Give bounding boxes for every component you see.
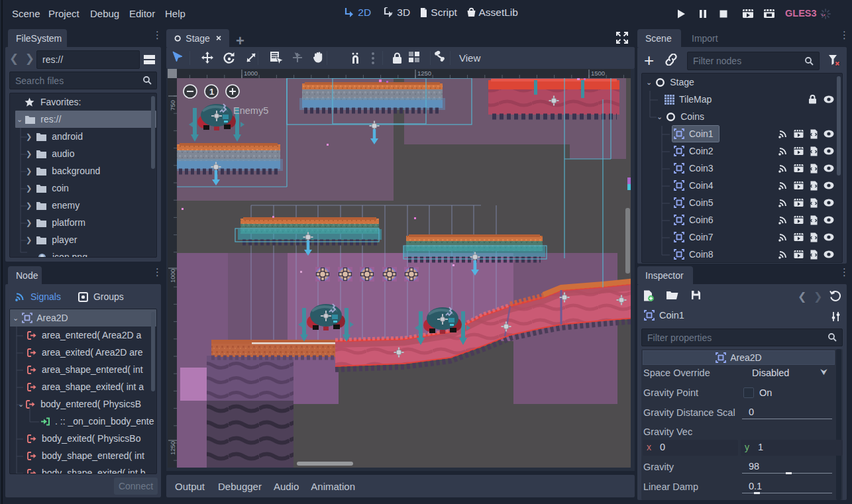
svg-text:1000: 1000 <box>244 70 258 77</box>
svg-text:750: 750 <box>169 100 176 111</box>
svg-text:View: View <box>459 52 480 64</box>
svg-text:Enemy5: Enemy5 <box>233 105 268 116</box>
svg-text:1000: 1000 <box>169 269 176 283</box>
svg-text:1250: 1250 <box>417 70 431 77</box>
svg-text:1250: 1250 <box>169 441 176 455</box>
svg-text:1500: 1500 <box>591 70 605 77</box>
svg-text:1: 1 <box>209 87 214 97</box>
